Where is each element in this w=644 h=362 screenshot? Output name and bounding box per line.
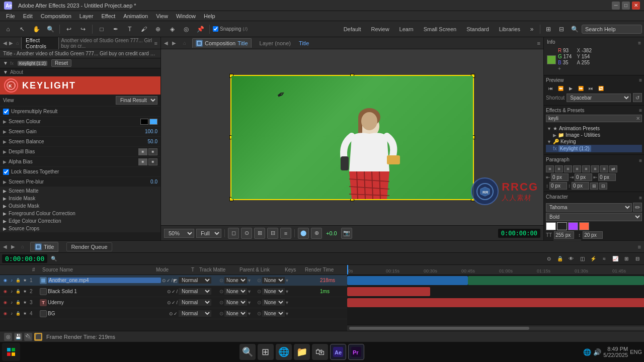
eraser-tool-btn[interactable]: ◈	[166, 23, 178, 35]
toggle-rulers-btn[interactable]: ≡	[280, 228, 291, 239]
snapping-checkbox[interactable]	[213, 26, 218, 32]
layer-2-shy-btn[interactable]: ★	[22, 289, 28, 295]
layer-4-track-select[interactable]: None	[224, 310, 247, 317]
layer-1-mode[interactable]: Normal	[179, 277, 211, 284]
layer-1-lock-btn[interactable]: 🔒	[15, 278, 21, 284]
tl-graph-btn[interactable]: 📈	[611, 254, 620, 263]
lock-biases-checkbox[interactable]	[3, 169, 9, 175]
preview-prev-btn[interactable]: ⏪	[556, 85, 565, 92]
align-left-btn[interactable]: ≡	[546, 165, 554, 172]
fg-colour-header[interactable]: ▶ Foreground Colour Correction	[0, 210, 160, 217]
roto-tool-btn[interactable]: ◎	[180, 23, 192, 35]
ep-anim-presets[interactable]: ▼ ★ Animation Presets	[546, 125, 642, 132]
redo-btn[interactable]: ↪	[77, 23, 89, 35]
menu-file[interactable]: File	[2, 12, 19, 20]
indent-first-field[interactable]	[598, 173, 616, 181]
ep-search-clear[interactable]: ✕	[636, 116, 640, 121]
screen-preblur-value[interactable]: 0.0	[132, 179, 157, 185]
hand-tool-btn[interactable]: ✋	[30, 23, 42, 35]
font-pencil-btn[interactable]: ✏	[633, 203, 642, 212]
tl-motion-blur-btn[interactable]: ≈	[600, 254, 609, 263]
viewport[interactable]: ✒	[161, 49, 543, 225]
taskbar-store[interactable]: 🛍	[312, 344, 328, 360]
shortcut-reset-btn[interactable]: ↺	[633, 93, 642, 102]
scroll-thumb[interactable]	[349, 327, 529, 330]
taskbar-chrome[interactable]: 🌐	[276, 344, 292, 360]
align-center-btn[interactable]: ≡	[555, 165, 563, 172]
playhead[interactable]	[347, 265, 348, 275]
taskbar-premiere[interactable]: Pr	[348, 344, 364, 360]
layer-3-parent-select[interactable]: None	[262, 299, 285, 306]
scroll-track[interactable]	[349, 327, 644, 330]
edge-colour-header[interactable]: ▶ Edge Colour Correction	[0, 217, 160, 225]
preview-first-btn[interactable]: ⏮	[546, 85, 555, 92]
menu-view[interactable]: View	[152, 12, 172, 20]
preview-next-btn[interactable]: ⏩	[576, 85, 585, 92]
render-queue-btn[interactable]: Render Queue	[66, 242, 112, 251]
align-justify-force-btn[interactable]: ≡	[600, 165, 608, 172]
char-menu[interactable]: ≡	[639, 195, 642, 201]
alpha-radio-1[interactable]: ■	[138, 158, 147, 165]
tl-panel-menu[interactable]: ≡	[638, 244, 641, 250]
layer-2-mode[interactable]: Normal	[179, 288, 211, 295]
tl-frame-btn[interactable]: ◫	[578, 254, 587, 263]
layer-3-mode[interactable]: Normal	[179, 299, 211, 306]
puppet-tool-btn[interactable]: 📌	[194, 23, 206, 35]
outside-mask-header[interactable]: ▶ Outside Mask	[0, 202, 160, 210]
layer-2-parent-select[interactable]: None	[262, 288, 285, 295]
swatch-color[interactable]	[149, 119, 157, 125]
char-stroke-swatch[interactable]	[557, 222, 567, 230]
search-help-input[interactable]	[582, 25, 642, 34]
undo-btn[interactable]: ↩	[63, 23, 75, 35]
tl-draft-btn[interactable]: ⚡	[589, 254, 598, 263]
char-color4-swatch[interactable]	[579, 222, 589, 230]
source-crops-header[interactable]: ▶ Source Crops	[0, 225, 160, 232]
zoom-select[interactable]: 50% 100% 200%	[164, 229, 194, 238]
status-color-icon[interactable]: ⬛	[34, 333, 42, 341]
layer-1-video-btn[interactable]: ◉	[2, 278, 8, 284]
close-button[interactable]: ✕	[632, 2, 640, 10]
tl-expand-btn[interactable]: ⊞	[622, 254, 631, 263]
maximize-button[interactable]: □	[622, 2, 630, 10]
tl-solo-btn[interactable]: ⊙	[544, 254, 553, 263]
font-select[interactable]: Tahoma	[546, 203, 632, 212]
layer-2-lock-btn[interactable]: 🔒	[15, 289, 21, 295]
layer-4-mode[interactable]: Normal	[179, 310, 211, 317]
status-disk-icon[interactable]: 💾	[14, 333, 22, 341]
screen-balance-value[interactable]: 50.0	[132, 139, 157, 144]
layer-row-2[interactable]: ◉ ♪ 🔒 ★ 2 Black Solid 1 ⊙ ✓ / Normal ⊙	[0, 286, 347, 297]
ep-image-util[interactable]: ▶ 📁 Image - Utilities	[546, 132, 642, 138]
align-right-btn[interactable]: ≡	[564, 165, 572, 172]
workspace-standard[interactable]: Standard	[462, 25, 494, 34]
tl-collapse-btn[interactable]: ⊟	[633, 254, 642, 263]
home-tool-btn[interactable]: ⌂	[2, 23, 14, 35]
toggle-grid-btn[interactable]: ⊞	[254, 228, 265, 239]
layer-2-audio-btn[interactable]: ♪	[9, 289, 15, 295]
menu-edit[interactable]: Edit	[19, 12, 37, 20]
paragraph-menu[interactable]: ≡	[639, 158, 642, 163]
align-justify-last-btn[interactable]: ≡	[582, 165, 590, 172]
toggle-guides-btn[interactable]: ⊟	[267, 228, 278, 239]
quality-select[interactable]: Full Half Quarter	[196, 229, 221, 238]
style-select[interactable]: Bold	[546, 213, 642, 221]
layer-2-track-select[interactable]: None	[224, 288, 247, 295]
screen-gain-value[interactable]: 100.0	[132, 129, 157, 134]
layer-3-lock-btn[interactable]: 🔒	[15, 300, 21, 306]
reset-exposure-btn[interactable]: ⊕	[311, 228, 322, 239]
taskbar-search[interactable]: 🔍	[239, 344, 256, 360]
menu-animation[interactable]: Animation	[119, 12, 152, 20]
layer-3-video-btn[interactable]: ◉	[2, 300, 8, 306]
panel-layout-btn2[interactable]: ⊟	[555, 23, 568, 35]
shortcut-select[interactable]: Spacebar	[567, 94, 631, 102]
layer-4-shy-btn[interactable]: ★	[22, 311, 28, 317]
layer-3-shy-btn[interactable]: ★	[22, 300, 28, 306]
status-network-icon[interactable]: 🔌	[24, 333, 32, 341]
indent-left-field[interactable]	[551, 173, 569, 181]
workspace-more-btn[interactable]: »	[526, 23, 538, 35]
preview-menu[interactable]: ≡	[639, 77, 642, 83]
minimize-button[interactable]: ─	[612, 2, 620, 10]
timeline-tab[interactable]: Title	[30, 242, 58, 252]
align-justify-btn[interactable]: ≡	[573, 165, 581, 172]
workspace-default[interactable]: Default	[339, 25, 366, 34]
taskbar-files[interactable]: 📁	[294, 344, 310, 360]
